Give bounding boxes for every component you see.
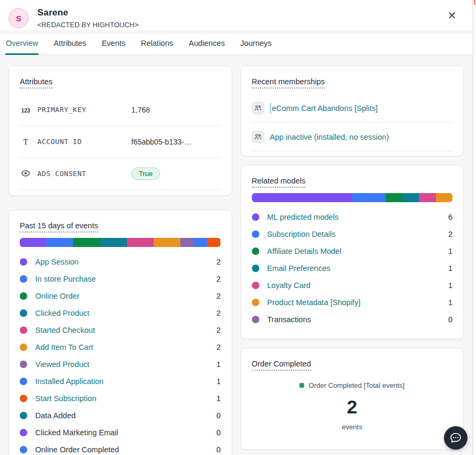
order-completed-card: Order Completed Order Completed [Total e… [241, 348, 464, 450]
event-list-item: Clicked Marketing Email 0 [20, 424, 221, 441]
event-link[interactable]: Started Checkout [35, 326, 216, 334]
event-count: 2 [216, 258, 220, 266]
event-label: Clicked Marketing Email [35, 428, 216, 437]
model-list-item: Transactions 0 [252, 311, 453, 328]
text-type-icon: T [20, 137, 31, 147]
event-count: 0 [216, 428, 220, 437]
related-models-stacked-bar [252, 193, 453, 202]
event-color-dot [20, 292, 27, 300]
title-block: Sarene <REDACTED BY HIGHTOUCH> [37, 7, 139, 29]
events-card-title: Past 15 days of events [20, 221, 98, 233]
attribute-row: T ACCOUNT ID f65abb05-b133-… [20, 126, 221, 158]
model-count: 6 [448, 213, 453, 221]
attributes-card: Attributes 123 PRIMARY_KEY 1,768 T ACCOU… [9, 66, 232, 196]
text-cursor [270, 103, 271, 114]
model-link[interactable]: Loyalty Card [267, 281, 448, 290]
model-link[interactable]: ML predicted models [267, 213, 448, 221]
bar-segment [100, 238, 127, 247]
event-list-item: App Session 2 [20, 253, 221, 270]
event-color-dot [20, 258, 27, 266]
tab-journeys[interactable]: Journeys [240, 34, 272, 55]
tab-overview[interactable]: Overview [5, 34, 38, 55]
attributes-card-title: Attributes [20, 77, 52, 89]
chat-bubble-button[interactable] [444, 426, 467, 450]
membership-link[interactable]: App inactive (installed, no session) [270, 133, 389, 141]
metric-legend: Order Completed [Total events] [299, 381, 404, 389]
tab-bar: Overview Attributes Events Relations Aud… [0, 34, 472, 55]
event-link[interactable]: Clicked Product [35, 309, 216, 317]
bar-segment [194, 238, 207, 247]
model-link[interactable]: Affiliate Details Model [267, 247, 448, 256]
tab-audiences[interactable]: Audiences [188, 34, 225, 55]
drawer-body: Attributes 123 PRIMARY_KEY 1,768 T ACCOU… [0, 55, 472, 455]
model-link[interactable]: Product Metadata [Shopify] [267, 298, 448, 307]
bar-segment [20, 238, 46, 247]
model-color-dot [252, 248, 259, 255]
event-count: 1 [216, 394, 220, 403]
event-label: Online Order Completed [35, 445, 216, 454]
event-list-item: Installed Application 1 [20, 373, 221, 390]
attribute-label: ACCOUNT ID [37, 138, 82, 146]
event-label: Data Added [35, 411, 216, 420]
events-card: Past 15 days of events App Session 2 [9, 210, 232, 455]
bar-segment [180, 238, 194, 247]
model-list-item: Affiliate Details Model 1 [252, 243, 453, 260]
events-stacked-bar [20, 238, 221, 247]
event-link[interactable]: In store Purchase [35, 275, 216, 283]
underlying-page-edge [473, 0, 476, 455]
tab-attributes[interactable]: Attributes [53, 34, 86, 55]
model-link[interactable]: Subscription Details [267, 230, 448, 238]
attribute-row: ADS CONSENT True [20, 158, 221, 190]
related-models-card-title: Related models [252, 177, 306, 188]
close-icon[interactable]: ✕ [446, 10, 458, 21]
attribute-value: 1,768 [131, 106, 150, 114]
event-list-item: Started Checkout 2 [20, 322, 221, 339]
event-color-dot [20, 309, 27, 317]
event-link[interactable]: Installed Application [35, 377, 216, 386]
model-color-dot [252, 282, 259, 289]
attribute-label: PRIMARY_KEY [37, 106, 86, 114]
membership-link[interactable]: eComm Cart Abandons [Splits] [270, 103, 378, 114]
attribute-value: f65abb05-b133-… [131, 138, 192, 146]
event-list-item: Add Item To Cart 2 [20, 339, 221, 356]
attribute-row: 123 PRIMARY_KEY 1,768 [20, 94, 221, 126]
event-color-dot [20, 395, 27, 402]
drawer-header: S Sarene <REDACTED BY HIGHTOUCH> ✕ [0, 0, 472, 30]
model-count: 1 [448, 281, 453, 290]
event-count: 1 [216, 360, 220, 369]
related-models-card: Related models ML predicted models 6 [241, 165, 464, 339]
tab-events[interactable]: Events [101, 34, 126, 55]
audience-users-icon [252, 131, 264, 143]
event-link[interactable]: Add Item To Cart [35, 343, 216, 352]
event-list-item: Online Order 2 [20, 288, 221, 305]
bar-segment [207, 238, 220, 247]
event-link[interactable]: App Session [35, 258, 216, 266]
tab-relations[interactable]: Relations [140, 34, 173, 55]
model-count: 2 [448, 230, 453, 238]
model-color-dot [252, 265, 259, 272]
event-count: 2 [216, 309, 220, 317]
event-link[interactable]: Online Order [35, 292, 216, 300]
event-count: 0 [216, 445, 220, 454]
event-count: 2 [216, 343, 220, 352]
status-badge: True [131, 167, 160, 180]
event-color-dot [20, 429, 27, 436]
underlying-page-accent [474, 0, 475, 5]
memberships-card-title: Recent memberships [252, 77, 325, 89]
event-link[interactable]: Viewed Product [35, 360, 216, 369]
model-link[interactable]: Email Preferences [267, 264, 448, 273]
event-count: 0 [216, 411, 220, 420]
event-color-dot [20, 326, 27, 334]
bar-segment [352, 193, 386, 202]
event-color-dot [20, 412, 27, 419]
event-color-dot [20, 446, 27, 453]
eye-icon [20, 169, 31, 179]
page-title: Sarene [37, 7, 139, 18]
bar-segment [127, 238, 154, 247]
model-list-item: ML predicted models 6 [252, 209, 453, 226]
event-link[interactable]: Start Subscription [35, 394, 216, 403]
event-list-item: Clicked Product 2 [20, 305, 221, 322]
event-count: 2 [216, 326, 220, 334]
event-list-item: In store Purchase 2 [20, 270, 221, 288]
model-count: 1 [448, 247, 453, 256]
